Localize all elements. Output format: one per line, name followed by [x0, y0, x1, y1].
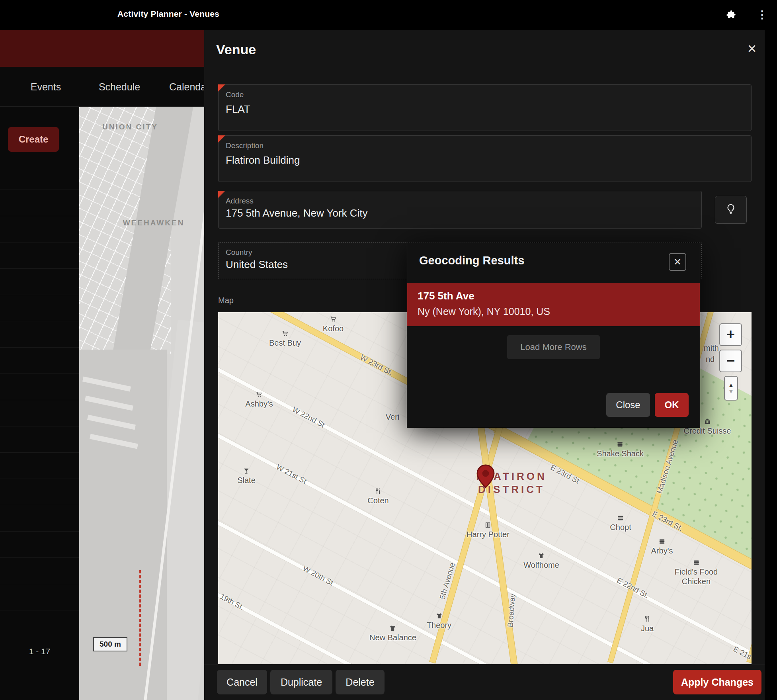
- poi-label: Credit Suisse: [684, 426, 731, 436]
- list-item[interactable]: [0, 532, 79, 558]
- tab-schedule[interactable]: Schedule: [90, 67, 149, 107]
- geocoding-result-row[interactable]: 175 5th Ave Ny (New York), NY 10010, US: [407, 283, 700, 326]
- app-header-band: [0, 30, 204, 67]
- bank-icon: [704, 418, 711, 425]
- overview-map[interactable]: UNION CITYWEEHAWKEN 500 m: [79, 107, 204, 700]
- poi-label: Harry Potter: [467, 530, 510, 539]
- poi-coten: Coten: [367, 488, 388, 505]
- result-city-line: Ny (New York), NY 10010, US: [418, 306, 550, 317]
- list-item[interactable]: [0, 558, 79, 584]
- country-label: Country: [226, 248, 252, 257]
- cocktail-icon: [243, 467, 250, 474]
- poi-label: Field's Food Chicken: [670, 567, 722, 586]
- venue-list-rows: [0, 164, 79, 610]
- poi-chopt: Chopt: [610, 514, 631, 532]
- list-item[interactable]: [0, 453, 79, 479]
- poi-slate: Slate: [237, 467, 256, 485]
- load-more-rows-button[interactable]: Load More Rows: [507, 335, 600, 359]
- duplicate-button[interactable]: Duplicate: [270, 670, 332, 694]
- shirt-icon: [538, 552, 545, 559]
- panel-close-icon[interactable]: ✕: [743, 40, 761, 58]
- poi-ashby-s: Ashby's: [245, 391, 273, 409]
- poi-field-s-food-chicken: Field's Food Chicken: [670, 559, 722, 586]
- street-label: W 23rd St.: [359, 353, 394, 377]
- poi-best-buy: Best Buy: [269, 330, 301, 348]
- dialog-close-icon[interactable]: ✕: [669, 253, 686, 271]
- street-label: 19th St.: [219, 592, 246, 612]
- dialog-title: Geocoding Results: [419, 254, 524, 267]
- geocode-suggest-button[interactable]: [715, 196, 747, 224]
- burger-icon: [617, 441, 623, 448]
- book-icon: [485, 522, 492, 528]
- poi-label: New Balance: [369, 633, 416, 642]
- description-field[interactable]: Description Flatiron Building: [218, 135, 752, 182]
- tab-bar: Events Schedule Calendar: [0, 67, 204, 107]
- zoom-out-button[interactable]: −: [719, 350, 742, 372]
- list-item[interactable]: [0, 164, 79, 190]
- map-place-label: WEEHAWKEN: [123, 219, 185, 227]
- tab-events[interactable]: Events: [22, 67, 70, 107]
- poi-label: Arby's: [651, 546, 673, 555]
- description-label: Description: [226, 141, 264, 150]
- tab-calendar[interactable]: Calendar: [169, 67, 204, 107]
- action-bar: Cancel Duplicate Delete Apply Changes: [204, 665, 765, 700]
- list-item[interactable]: [0, 295, 79, 321]
- cart-icon: [281, 330, 288, 337]
- apply-changes-button[interactable]: Apply Changes: [673, 670, 761, 694]
- cancel-button[interactable]: Cancel: [217, 670, 267, 694]
- kebab-menu-icon[interactable]: ⋮: [757, 8, 767, 22]
- poi-jua: Jua: [641, 616, 654, 633]
- poi-label: nd: [706, 354, 715, 364]
- poi-label: Shake Shack: [597, 449, 644, 458]
- dialog-close-button[interactable]: Close: [606, 393, 650, 417]
- dialog-ok-button[interactable]: OK: [655, 393, 689, 417]
- poi-label: Jua: [641, 624, 654, 633]
- poi-label: Wolfhome: [523, 560, 559, 570]
- poi-label: Kofoo: [323, 324, 344, 333]
- poi-nd: nd: [706, 354, 715, 364]
- list-item[interactable]: [0, 584, 79, 610]
- list-item[interactable]: [0, 505, 79, 532]
- create-button[interactable]: Create: [8, 127, 59, 152]
- route-dashed-line: [139, 570, 141, 666]
- poi-veri: Veri: [386, 412, 399, 422]
- extensions-puzzle-icon[interactable]: [726, 10, 736, 20]
- puzzle-icon-svg: [726, 10, 736, 20]
- code-label: Code: [226, 90, 244, 99]
- street-label: W 20th St: [301, 564, 335, 588]
- code-value: FLAT: [226, 103, 250, 115]
- description-value: Flatiron Building: [226, 154, 300, 166]
- list-item[interactable]: [0, 321, 79, 348]
- list-item[interactable]: [0, 242, 79, 269]
- address-field[interactable]: Address 175 5th Avenue, New York City: [218, 191, 702, 229]
- street-label: Broadway: [506, 593, 517, 628]
- poi-harry-potter: Harry Potter: [467, 522, 510, 539]
- window-title: Activity Planner - Venues: [117, 9, 219, 19]
- result-address-line: 175 5th Ave: [418, 290, 474, 302]
- cart-icon: [330, 316, 336, 323]
- street-label: W 21st St: [275, 463, 308, 486]
- map-tilt-control[interactable]: ▲ ▼: [724, 376, 738, 401]
- list-item[interactable]: [0, 400, 79, 426]
- burger-icon: [658, 538, 665, 545]
- list-item[interactable]: [0, 374, 79, 400]
- delete-button[interactable]: Delete: [336, 670, 385, 694]
- venue-map-pin[interactable]: [476, 464, 495, 488]
- map-section-label: Map: [218, 296, 234, 305]
- zoom-in-button[interactable]: +: [719, 323, 742, 346]
- poi-arby-s: Arby's: [651, 538, 673, 555]
- list-item[interactable]: [0, 426, 79, 453]
- poi-new-balance: New Balance: [369, 625, 416, 642]
- list-item[interactable]: [0, 216, 79, 242]
- list-item[interactable]: [0, 269, 79, 295]
- list-item[interactable]: [0, 190, 79, 216]
- titlebar: Activity Planner - Venues ⋮: [0, 0, 777, 30]
- list-item[interactable]: [0, 479, 79, 505]
- list-item[interactable]: [0, 348, 79, 374]
- poi-label: Veri: [386, 412, 399, 422]
- map-scale-indicator: 500 m: [93, 637, 127, 651]
- burger-icon: [617, 514, 624, 521]
- code-field[interactable]: Code FLAT: [218, 84, 752, 131]
- country-value: United States: [226, 258, 288, 271]
- map-place-label: UNION CITY: [102, 123, 158, 131]
